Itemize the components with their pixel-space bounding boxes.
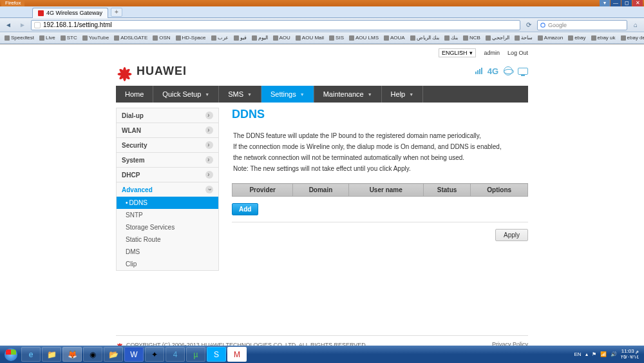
nav-help[interactable]: Help▼ <box>382 86 424 103</box>
address-bar: ◄ ► 192.168.1.1/setting.html ⟳ Google ⌂ <box>0 18 644 32</box>
taskbar-mcafee[interactable]: M <box>227 347 247 362</box>
apply-button[interactable]: Apply <box>495 229 528 241</box>
nav-maintenance[interactable]: Maintenance▼ <box>314 86 382 103</box>
taskbar-app2[interactable]: 4 <box>166 347 185 362</box>
bookmark-item[interactable]: ساحة <box>513 35 535 41</box>
bookmark-item[interactable]: بنك <box>442 35 460 41</box>
description: The DDNS feature will update the IP boun… <box>232 130 528 174</box>
bookmark-item[interactable]: STC <box>59 35 79 41</box>
titlebar: Firefox ▾ — ◻ ✕ <box>0 0 644 6</box>
bookmark-item[interactable]: Speedtest <box>3 35 36 41</box>
collapse-icon <box>205 156 213 164</box>
back-button[interactable]: ◄ <box>3 20 14 30</box>
sidebar-item-static-route[interactable]: Static Route <box>116 233 219 246</box>
top-links: ENGLISH▾ admin Log Out <box>116 47 528 59</box>
sidebar-section-dhcp[interactable]: DHCP <box>116 167 219 182</box>
bookmark-item[interactable]: HD-Space <box>174 35 208 41</box>
taskbar-ie[interactable]: e <box>21 347 41 362</box>
nav-home[interactable]: Home <box>116 86 153 103</box>
chevron-down-icon: ▾ <box>469 50 473 56</box>
taskbar-explorer2[interactable]: 📂 <box>104 347 123 362</box>
nav-sms[interactable]: SMS▼ <box>219 86 261 103</box>
sidebar-item-sntp[interactable]: SNTP <box>116 209 219 221</box>
taskbar: e 📁 🦊 ◉ 📂 W ✦ 4 µ S M EN ▴ ⚑ 📶 🔊 11:03 م… <box>0 346 644 363</box>
nav-quick-setup[interactable]: Quick Setup▼ <box>153 86 219 103</box>
url-input[interactable]: 192.168.1.1/setting.html <box>31 20 520 30</box>
bookmark-item[interactable]: بنك الرياض <box>408 35 441 41</box>
browser-tab[interactable]: 4G Wireless Gateway <box>32 8 108 18</box>
sidebar-section-label: System <box>122 157 145 164</box>
new-tab-button[interactable]: + <box>111 8 122 17</box>
logout-link[interactable]: Log Out <box>507 50 528 56</box>
nav-settings[interactable]: Settings▼ <box>261 86 314 103</box>
bookmark-item[interactable]: AOU LMS <box>347 35 381 41</box>
firefox-menu-button[interactable]: Firefox <box>1 0 24 6</box>
start-button[interactable] <box>1 346 21 363</box>
browser-chrome: Firefox ▾ — ◻ ✕ 4G Wireless Gateway + ◄ … <box>0 0 644 44</box>
bookmark-item[interactable]: AOUA <box>382 35 407 41</box>
main-column: DDNS The DDNS feature will update the IP… <box>232 108 528 271</box>
sidebar-section-security[interactable]: Security <box>116 137 219 152</box>
tray-network-icon[interactable]: 📶 <box>600 351 607 357</box>
chevron-down-icon: ▼ <box>368 92 372 97</box>
bookmark-item[interactable]: Live <box>37 35 57 41</box>
sidebar-item-ddns[interactable]: DDNS <box>116 197 219 209</box>
tray-volume-icon[interactable]: 🔊 <box>611 351 617 357</box>
bookmark-item[interactable]: NCB <box>461 35 482 41</box>
system-tray[interactable]: EN ▴ ⚑ 📶 🔊 11:03 م ٢٥/٠٧/١٤ <box>574 349 643 360</box>
taskbar-skype[interactable]: S <box>207 347 226 362</box>
sidebar-section-system[interactable]: System <box>116 152 219 167</box>
sidebar-item-dms[interactable]: DMS <box>116 246 219 258</box>
bookmark-item[interactable]: AOU <box>271 35 292 41</box>
taskbar-chrome[interactable]: ◉ <box>83 347 102 362</box>
sidebar-item-clip[interactable]: Clip <box>116 258 219 271</box>
desc-line: If the connection mode is Wireline only,… <box>233 141 528 152</box>
bookmark-item[interactable]: OSN <box>151 35 172 41</box>
nav-label: SMS <box>228 90 243 98</box>
sidebar-section-dial-up[interactable]: Dial-up <box>116 108 219 123</box>
collapse-icon <box>205 126 213 134</box>
home-button[interactable]: ⌂ <box>630 20 641 30</box>
bookmark-item[interactable]: AOU Mail <box>294 35 326 41</box>
taskbar-app1[interactable]: ✦ <box>145 347 164 362</box>
tray-clock[interactable]: 11:03 م ٢٥/٠٧/١٤ <box>621 349 639 360</box>
bookmark-item[interactable]: Amazon <box>536 35 565 41</box>
bookmark-item[interactable]: فيو <box>232 35 249 41</box>
forward-button[interactable]: ► <box>17 20 28 30</box>
url-text: 192.168.1.1/setting.html <box>43 21 112 28</box>
bookmark-favicon-icon <box>39 35 44 41</box>
add-button[interactable]: Add <box>232 203 258 215</box>
bookmark-item[interactable]: ebay de <box>619 35 644 41</box>
search-input[interactable]: Google <box>537 20 627 30</box>
bookmark-item[interactable]: عرب <box>209 35 231 41</box>
bookmark-item[interactable]: SIS <box>327 35 346 41</box>
taskbar-explorer[interactable]: 📁 <box>42 347 61 362</box>
browser-options-icon[interactable]: ▾ <box>600 0 610 6</box>
bookmark-favicon-icon <box>273 35 278 41</box>
sidebar-item-storage-services[interactable]: Storage Services <box>116 221 219 233</box>
maximize-button[interactable]: ◻ <box>621 0 632 6</box>
taskbar-word[interactable]: W <box>124 347 144 362</box>
reload-button[interactable]: ⟳ <box>523 20 535 30</box>
sidebar-section-advanced[interactable]: Advanced <box>116 182 219 197</box>
url-favicon-icon <box>34 22 41 28</box>
taskbar-firefox[interactable]: 🦊 <box>62 347 82 362</box>
bookmark-item[interactable]: ADSLGATE <box>112 35 149 41</box>
tray-lang[interactable]: EN <box>574 351 581 357</box>
minimize-button[interactable]: — <box>611 0 621 6</box>
sidebar-section-wlan[interactable]: WLAN <box>116 123 219 137</box>
language-select[interactable]: ENGLISH▾ <box>439 48 477 57</box>
main-nav: HomeQuick Setup▼SMS▼Settings▼Maintenance… <box>116 86 528 103</box>
bookmark-item[interactable]: ebay uk <box>589 35 618 41</box>
close-button[interactable]: ✕ <box>632 0 643 6</box>
bookmark-item[interactable]: اليوم <box>250 35 270 41</box>
bookmark-label: بنك <box>451 35 458 41</box>
bookmark-item[interactable]: الراجحي <box>484 35 511 41</box>
taskbar-utorrent[interactable]: µ <box>186 347 205 362</box>
huawei-logo-icon <box>116 63 133 79</box>
bookmark-label: ebay de <box>627 35 644 41</box>
bookmark-item[interactable]: YouTube <box>80 35 111 41</box>
tray-show-hidden-icon[interactable]: ▴ <box>585 351 588 357</box>
tray-flag-icon[interactable]: ⚑ <box>592 351 596 357</box>
bookmark-item[interactable]: ebay <box>566 35 587 41</box>
